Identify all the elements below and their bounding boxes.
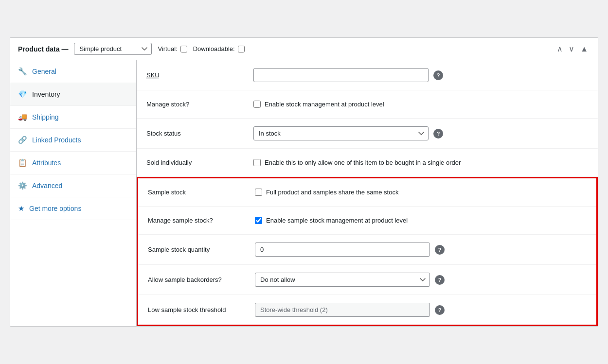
- allow-sample-backorders-control: Do not allow Allow, but notify customer …: [255, 273, 587, 287]
- panel-header: Product data — Simple product Virtual: D…: [10, 38, 598, 60]
- collapse-up-button[interactable]: ∧: [555, 44, 565, 54]
- sidebar-item-linked-products[interactable]: 🔗 Linked Products: [10, 129, 136, 152]
- stock-status-select[interactable]: In stock Out of stock On backorder: [253, 126, 429, 140]
- header-actions: ∧ ∨ ▲: [555, 44, 590, 54]
- stock-status-label: Stock status: [146, 130, 253, 137]
- wrench-icon: 🔧: [18, 67, 27, 76]
- stock-status-row: Stock status In stock Out of stock On ba…: [137, 119, 598, 149]
- manage-sample-stock-label: Manage sample stock?: [148, 217, 255, 224]
- virtual-label: Virtual:: [158, 45, 177, 52]
- sidebar-item-shipping[interactable]: 🚚 Shipping: [10, 106, 136, 129]
- sample-stock-quantity-help-icon[interactable]: ?: [435, 245, 445, 255]
- allow-sample-backorders-row: Allow sample backorders? Do not allow Al…: [138, 265, 596, 295]
- stock-status-help-icon[interactable]: ?: [433, 129, 443, 139]
- sku-help-icon[interactable]: ?: [433, 70, 443, 80]
- sample-stock-checkbox-label[interactable]: Full product and samples share the same …: [255, 189, 398, 196]
- low-sample-stock-threshold-help-icon[interactable]: ?: [435, 305, 445, 315]
- low-sample-stock-threshold-label: Low sample stock threshold: [148, 306, 255, 313]
- manage-sample-stock-row: Manage sample stock? Enable sample stock…: [138, 207, 596, 235]
- sku-label: SKU: [146, 71, 253, 79]
- diamond-icon: 💎: [18, 90, 27, 99]
- sold-individually-checkbox-label[interactable]: Enable this to only allow one of this it…: [253, 159, 461, 166]
- sidebar-label-linked-products: Linked Products: [32, 136, 81, 144]
- sku-row: SKU ?: [137, 60, 598, 90]
- low-sample-stock-threshold-row: Low sample stock threshold ?: [138, 295, 596, 325]
- sample-stock-quantity-label: Sample stock quantity: [148, 246, 255, 253]
- sidebar-label-general: General: [32, 68, 56, 75]
- sample-stock-quantity-control: ?: [255, 243, 587, 257]
- virtual-checkbox[interactable]: [180, 46, 187, 52]
- highlighted-section: Sample stock Full product and samples sh…: [137, 177, 598, 326]
- virtual-checkbox-group[interactable]: Virtual:: [158, 45, 187, 52]
- sidebar-item-get-more-options[interactable]: ★ Get more options: [10, 197, 136, 220]
- sidebar-item-attributes[interactable]: 📋 Attributes: [10, 152, 136, 174]
- downloadable-checkbox[interactable]: [238, 46, 245, 52]
- sidebar-item-inventory[interactable]: 💎 Inventory: [10, 83, 136, 106]
- product-type-select[interactable]: Simple product: [74, 43, 152, 55]
- allow-sample-backorders-label: Allow sample backorders?: [148, 276, 255, 283]
- sku-input[interactable]: [253, 68, 429, 82]
- collapse-down-button[interactable]: ∨: [567, 44, 576, 54]
- sold-individually-checkbox-text: Enable this to only allow one of this it…: [265, 159, 461, 166]
- sample-stock-row: Sample stock Full product and samples sh…: [138, 178, 596, 207]
- downloadable-checkbox-group[interactable]: Downloadable:: [193, 45, 245, 52]
- sold-individually-label: Sold individually: [146, 159, 253, 166]
- manage-stock-control: Enable stock management at product level: [253, 101, 588, 108]
- stock-status-control: In stock Out of stock On backorder ?: [253, 126, 588, 140]
- expand-button[interactable]: ▲: [578, 44, 590, 54]
- sidebar-label-attributes: Attributes: [32, 159, 61, 167]
- product-data-panel: Product data — Simple product Virtual: D…: [10, 37, 598, 327]
- manage-sample-stock-checkbox-label[interactable]: Enable sample stock management at produc…: [255, 217, 408, 224]
- manage-sample-stock-control: Enable sample stock management at produc…: [255, 217, 587, 224]
- manage-sample-stock-checkbox-text: Enable sample stock management at produc…: [266, 217, 408, 224]
- gear-icon: ⚙️: [18, 181, 27, 190]
- sold-individually-row: Sold individually Enable this to only al…: [137, 149, 598, 177]
- sidebar-item-advanced[interactable]: ⚙️ Advanced: [10, 174, 136, 197]
- content-area: SKU ? Manage stock? Enable stock managem…: [137, 60, 598, 326]
- star-icon: ★: [18, 204, 24, 213]
- panel-body: 🔧 General 💎 Inventory 🚚 Shipping 🔗 Linke…: [10, 60, 598, 326]
- manage-stock-row: Manage stock? Enable stock management at…: [137, 90, 598, 119]
- sidebar-label-advanced: Advanced: [32, 182, 62, 190]
- low-sample-stock-threshold-input[interactable]: [255, 303, 430, 317]
- manage-stock-checkbox-text: Enable stock management at product level: [265, 101, 384, 108]
- sold-individually-checkbox[interactable]: [253, 159, 261, 166]
- allow-sample-backorders-select[interactable]: Do not allow Allow, but notify customer …: [255, 273, 430, 287]
- downloadable-label: Downloadable:: [193, 45, 235, 52]
- sold-individually-control: Enable this to only allow one of this it…: [253, 159, 588, 166]
- sidebar-label-get-more-options: Get more options: [29, 205, 81, 212]
- sidebar-label-shipping: Shipping: [32, 113, 59, 121]
- sample-stock-label: Sample stock: [148, 189, 255, 196]
- sample-stock-quantity-row: Sample stock quantity ?: [138, 235, 596, 265]
- panel-title: Product data —: [18, 45, 68, 53]
- sample-stock-control: Full product and samples share the same …: [255, 189, 587, 196]
- sidebar-label-inventory: Inventory: [32, 90, 60, 98]
- sidebar-item-general[interactable]: 🔧 General: [10, 60, 136, 83]
- sample-stock-checkbox-text: Full product and samples share the same …: [266, 189, 398, 196]
- manage-sample-stock-checkbox[interactable]: [255, 217, 262, 224]
- low-sample-stock-threshold-control: ?: [255, 303, 587, 317]
- list-icon: 📋: [18, 158, 27, 167]
- manage-stock-checkbox[interactable]: [253, 101, 261, 108]
- allow-sample-backorders-help-icon[interactable]: ?: [435, 275, 445, 285]
- link-icon: 🔗: [18, 136, 27, 144]
- sku-control: ?: [253, 68, 588, 82]
- sidebar: 🔧 General 💎 Inventory 🚚 Shipping 🔗 Linke…: [10, 60, 137, 326]
- manage-stock-checkbox-label[interactable]: Enable stock management at product level: [253, 101, 384, 108]
- sample-stock-quantity-input[interactable]: [255, 243, 430, 257]
- truck-icon: 🚚: [18, 113, 27, 121]
- sample-stock-checkbox[interactable]: [255, 189, 262, 196]
- manage-stock-label: Manage stock?: [146, 101, 253, 108]
